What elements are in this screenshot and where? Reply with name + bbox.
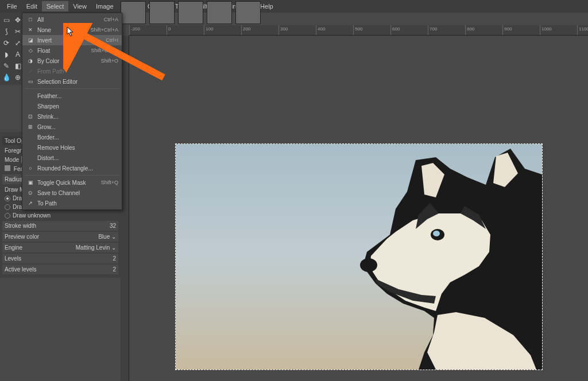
- thumbnail-5[interactable]: [235, 1, 261, 24]
- menu-file[interactable]: File: [2, 1, 22, 11]
- menu-item-border[interactable]: Border...: [22, 132, 122, 142]
- levels-slider[interactable]: Levels 2: [2, 254, 118, 263]
- menu-separator: [25, 175, 119, 176]
- ruler-tick: 0: [167, 25, 204, 35]
- menu-item-sharpen[interactable]: Sharpen: [22, 101, 122, 111]
- menu-item-icon: ⊡: [26, 112, 35, 120]
- ruler-tick: 500: [353, 25, 390, 35]
- menu-view[interactable]: View: [68, 1, 91, 11]
- menu-item-label: Border...: [37, 134, 118, 141]
- canvas-area[interactable]: [129, 36, 588, 381]
- engine-select[interactable]: Engine Matting Levin ⌄: [2, 243, 118, 252]
- menu-item-by-color[interactable]: ◑By ColorShift+O: [22, 56, 122, 66]
- menu-item-label: Remove Holes: [37, 145, 118, 151]
- menu-item-feather[interactable]: Feather...: [22, 91, 122, 101]
- preview-color-select[interactable]: Preview color Blue ⌄: [2, 232, 118, 242]
- ruler-tick: 300: [278, 25, 316, 35]
- free-select-tool[interactable]: ⟆: [1, 26, 11, 37]
- active-levels-slider[interactable]: Active levels 2: [2, 265, 118, 274]
- menubar: FileEditSelectViewImageLayerColorsToolsF…: [0, 0, 588, 13]
- thumbnail-3[interactable]: [178, 1, 203, 24]
- menu-item-label: Selection Editor: [37, 79, 118, 85]
- menu-item-icon: □: [26, 15, 35, 24]
- menu-item-shortcut: Ctrl+A: [104, 17, 118, 22]
- ruler-tick: -200: [129, 25, 167, 35]
- menu-item-grow[interactable]: ⊞Grow...: [22, 122, 122, 132]
- menu-item-shortcut: Shift+Q: [101, 180, 118, 185]
- select-menu-dropdown: □AllCtrl+A✕NoneShift+Ctrl+A◪InvertCtrl+I…: [22, 13, 122, 210]
- menu-item-toggle-quick-mask[interactable]: ▣Toggle Quick MaskShift+Q: [22, 177, 122, 188]
- menu-item-label: Toggle Quick Mask: [37, 180, 101, 186]
- ruler-tick: 600: [390, 25, 428, 35]
- ruler-tick: 700: [428, 25, 465, 35]
- svg-point-2: [360, 258, 377, 272]
- menu-item-label: To Path: [37, 200, 118, 207]
- ruler-tick: 100: [204, 25, 241, 35]
- menu-item-shortcut: Ctrl+I: [106, 37, 118, 43]
- menu-item-label: Sharpen: [37, 103, 118, 110]
- menu-item-icon: ⊙: [26, 189, 35, 197]
- document-thumbnails: [121, 0, 261, 25]
- menu-item-label: Invert: [37, 37, 106, 44]
- ruler-horizontal: -200010020030040050060070080090010001100: [129, 25, 588, 36]
- document-image[interactable]: [175, 143, 543, 370]
- menu-item-label: By Color: [37, 58, 101, 64]
- menu-item-shrink[interactable]: ⊡Shrink...: [22, 111, 122, 122]
- stroke-width-slider[interactable]: Stroke width 32: [2, 221, 118, 231]
- ruler-tick: 1000: [540, 25, 577, 35]
- menu-item-label: Float: [37, 48, 91, 54]
- thumbnail-2[interactable]: [149, 1, 175, 24]
- mouse-cursor-icon: [67, 26, 75, 37]
- menu-select[interactable]: Select: [42, 1, 69, 11]
- ruler-tick: 800: [465, 25, 502, 35]
- menu-item-icon: ↗: [26, 199, 35, 207]
- menu-item-from-path: ⟋From Path: [22, 66, 122, 76]
- toolbox: ▭ ✥ ⟆ ✂ ⟳ ⤢ ◗ A ✎ ◧ 💧 ⊕: [0, 13, 23, 85]
- menu-item-float[interactable]: ◇FloatShift+Ctrl+L: [22, 45, 122, 56]
- menu-item-label: Distort...: [37, 155, 118, 161]
- menu-item-icon: ⊞: [26, 123, 35, 131]
- menu-item-icon: [26, 92, 35, 100]
- menu-item-icon: ◑: [26, 57, 35, 65]
- feather-checkbox[interactable]: [5, 165, 10, 171]
- draw-unknown-radio[interactable]: [5, 213, 10, 219]
- menu-item-all[interactable]: □AllCtrl+A: [22, 14, 122, 25]
- menu-item-distort[interactable]: Distort...: [22, 153, 122, 163]
- menu-item-icon: ▣: [26, 178, 35, 186]
- rect-select-tool[interactable]: ▭: [1, 15, 11, 25]
- menu-item-icon: ⟋: [26, 67, 35, 75]
- ruler-tick: 200: [241, 25, 278, 35]
- menu-item-icon: ◪: [26, 36, 35, 44]
- thumbnail-4[interactable]: [207, 1, 232, 24]
- menu-item-icon: [26, 102, 35, 110]
- menu-item-shortcut: Shift+O: [101, 58, 118, 64]
- menu-image[interactable]: Image: [91, 1, 118, 11]
- draw-foreground-radio[interactable]: [5, 196, 10, 201]
- thumbnail-1[interactable]: [121, 1, 146, 24]
- menu-item-icon: [26, 133, 35, 141]
- menu-edit[interactable]: Edit: [22, 1, 42, 11]
- menu-item-rounded-rectangle[interactable]: ○Rounded Rectangle...: [22, 163, 122, 173]
- menu-item-label: Rounded Rectangle...: [37, 165, 118, 172]
- bucket-tool[interactable]: ◗: [1, 49, 11, 60]
- paintbrush-tool[interactable]: ✎: [1, 61, 11, 71]
- menu-item-label: Shrink...: [37, 114, 118, 120]
- draw-background-radio[interactable]: [5, 204, 10, 210]
- svg-point-1: [433, 231, 440, 236]
- menu-item-remove-holes[interactable]: Remove Holes: [22, 142, 122, 153]
- menu-item-icon: ✕: [26, 26, 35, 34]
- rotate-tool[interactable]: ⟳: [1, 38, 11, 48]
- menu-item-label: Grow...: [37, 124, 118, 130]
- menu-item-label: Feather...: [37, 93, 118, 99]
- mode-label: Mode: [5, 157, 19, 163]
- menu-item-icon: ▭: [26, 77, 35, 85]
- menu-item-label: All: [37, 17, 104, 23]
- menu-item-label: From Path: [37, 68, 118, 75]
- menu-item-label: Save to Channel: [37, 190, 118, 196]
- menu-item-save-to-channel[interactable]: ⊙Save to Channel: [22, 188, 122, 198]
- ruler-tick: 900: [502, 25, 540, 35]
- smudge-tool[interactable]: 💧: [1, 72, 11, 83]
- menu-item-selection-editor[interactable]: ▭Selection Editor: [22, 76, 122, 87]
- menu-item-to-path[interactable]: ↗To Path: [22, 198, 122, 208]
- menu-item-shortcut: Shift+Ctrl+A: [90, 27, 118, 33]
